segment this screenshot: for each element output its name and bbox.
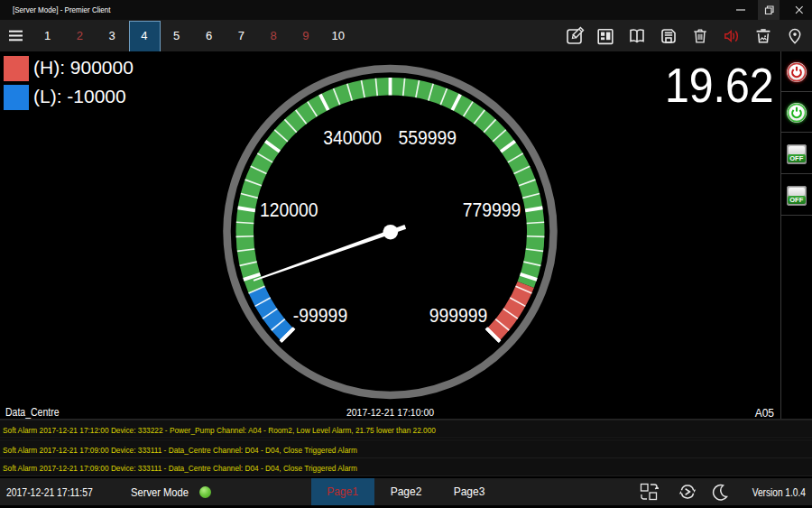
svg-text:559999: 559999: [399, 126, 457, 148]
svg-text:999999: 999999: [429, 304, 488, 326]
svg-text:340000: 340000: [323, 126, 382, 148]
svg-text:779999: 779999: [463, 198, 521, 219]
svg-text:120000: 120000: [260, 198, 318, 219]
svg-text:-99999: -99999: [293, 304, 347, 326]
